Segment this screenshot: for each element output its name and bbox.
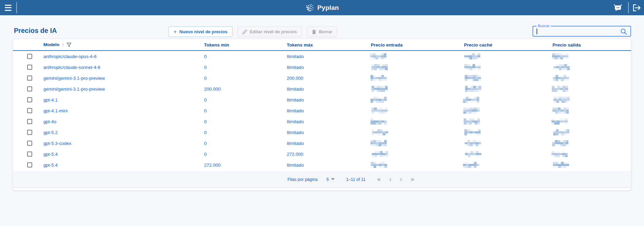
cell-tokens-min: 0: [204, 152, 207, 157]
delete-button[interactable]: Borrar: [307, 26, 338, 37]
menu-icon[interactable]: [5, 5, 12, 11]
redacted-price-value: [553, 162, 569, 168]
column-header-modelo[interactable]: Modelo ↑: [43, 42, 72, 48]
table-row[interactable]: gpt-4.10Ilimitado: [13, 94, 631, 105]
action-buttons: + Nuevo nivel de precios Editar nivel de…: [168, 26, 337, 37]
row-checkbox[interactable]: [27, 87, 32, 92]
redacted-price-value: [370, 118, 387, 125]
page-title: Precios de IA: [14, 27, 57, 35]
topbar-divider-left: [16, 2, 17, 13]
cell-tokens-min: 0: [204, 108, 207, 113]
edit-price-tier-button[interactable]: Editar nivel de precios: [237, 26, 302, 37]
redacted-price-value: [465, 86, 481, 92]
app-logo: Pyplan: [305, 3, 339, 12]
topbar-divider-right: [628, 2, 629, 13]
cell-modelo: gpt-5.4: [43, 152, 58, 157]
redacted-price-value: [463, 97, 479, 103]
column-header-precio-cache[interactable]: Precio caché: [464, 42, 492, 47]
table-row[interactable]: gpt-5.40272.000: [13, 149, 631, 159]
table-row[interactable]: anthropic/claude-opus-4-60Ilimitado: [13, 51, 631, 62]
redacted-price-value: [370, 97, 387, 103]
row-checkbox[interactable]: [27, 108, 32, 113]
cell-tokens-max: Ilimitado: [287, 108, 304, 113]
redacted-price-value: [372, 129, 388, 135]
redacted-price-value: [372, 151, 388, 157]
redacted-price-value: [552, 53, 568, 59]
row-checkbox[interactable]: [27, 65, 32, 70]
cell-tokens-min: 0: [204, 119, 207, 124]
table-row[interactable]: gpt-4.1-mini0Ilimitado: [13, 105, 631, 116]
cell-modelo: gpt-5.4: [43, 163, 58, 168]
table-row[interactable]: gemini/gemini-3.1-pro-preview200.000Ilim…: [13, 83, 631, 94]
plus-icon: +: [174, 29, 177, 35]
cell-tokens-max: Ilimitado: [287, 119, 304, 124]
pagination-nav: « ‹ › »: [373, 176, 418, 183]
filter-funnel-icon[interactable]: [66, 42, 72, 47]
redacted-price-value: [552, 86, 568, 92]
cell-tokens-min: 0: [204, 97, 207, 102]
first-page-icon[interactable]: «: [373, 176, 385, 183]
row-checkbox[interactable]: [27, 54, 32, 59]
cell-tokens-max: Ilimitado: [287, 141, 304, 146]
last-page-icon[interactable]: »: [406, 176, 419, 183]
table-row[interactable]: gpt-5.20Ilimitado: [13, 127, 631, 138]
cell-modelo: gpt-5.2: [43, 130, 58, 135]
table-row[interactable]: gpt-5.3-codex0Ilimitado: [13, 138, 631, 149]
table-row[interactable]: gemini/gemini-3.1-pro-preview0200.000: [13, 73, 631, 83]
pagination: Filas por página 5 1–11 of 11 « ‹ › »: [287, 176, 419, 183]
table-row[interactable]: gpt-5.4272.000Ilimitado: [13, 159, 631, 170]
table-row[interactable]: anthropic/claude-sonnet-4-60Ilimitado: [13, 62, 631, 73]
cell-tokens-max: 200.000: [287, 76, 303, 81]
redacted-price-value: [552, 140, 568, 146]
logout-icon[interactable]: [631, 3, 642, 13]
row-checkbox[interactable]: [27, 130, 32, 135]
redacted-price-value: [554, 97, 570, 103]
column-header-precio-entrada[interactable]: Precio entrada: [371, 42, 403, 47]
next-page-icon[interactable]: ›: [396, 176, 406, 183]
column-header-tokens-min[interactable]: Tokens mín: [204, 42, 229, 47]
table-row[interactable]: gpt-4o0Ilimitado: [13, 116, 631, 127]
row-checkbox[interactable]: [27, 152, 32, 157]
chevron-down-icon: [331, 178, 335, 180]
search-input[interactable]: [536, 27, 617, 35]
redacted-price-value: [371, 86, 388, 92]
rows-per-page-select[interactable]: 5: [326, 177, 335, 182]
previous-page-icon[interactable]: ‹: [385, 176, 396, 183]
cell-tokens-max: Ilimitado: [287, 87, 304, 92]
redacted-price-value: [464, 53, 480, 59]
cell-tokens-min: 0: [204, 141, 207, 146]
redacted-price-value: [464, 64, 481, 70]
redacted-price-value: [552, 108, 569, 114]
redacted-price-value: [465, 151, 481, 157]
search-field: Buscar: [532, 26, 631, 37]
redacted-price-value: [371, 108, 388, 114]
redacted-price-value: [465, 75, 481, 81]
redacted-price-value: [371, 162, 387, 168]
redacted-price-value: [370, 53, 386, 59]
redacted-price-value: [370, 140, 387, 146]
row-checkbox[interactable]: [27, 141, 32, 146]
redacted-price-value: [463, 162, 479, 168]
redacted-price-value: [370, 75, 387, 81]
row-checkbox[interactable]: [27, 119, 32, 124]
cell-tokens-min: 272.000: [204, 163, 221, 168]
pyplan-logo-icon: [305, 3, 314, 12]
assistant-bot-icon[interactable]: [612, 3, 624, 13]
column-header-precio-salida[interactable]: Precio salida: [552, 42, 581, 47]
cell-modelo: gpt-5.3-codex: [43, 141, 72, 146]
cell-tokens-min: 200.000: [204, 87, 221, 92]
cell-tokens-max: 272.000: [287, 152, 303, 157]
row-checkbox[interactable]: [27, 97, 32, 102]
app-name: Pyplan: [317, 4, 339, 12]
redacted-price-value: [463, 108, 480, 114]
cell-tokens-min: 0: [204, 76, 207, 81]
cell-tokens-min: 0: [204, 65, 207, 70]
search-icon[interactable]: [620, 28, 627, 37]
row-checkbox[interactable]: [27, 76, 32, 81]
cell-tokens-max: Ilimitado: [287, 163, 304, 168]
sort-ascending-icon[interactable]: ↑: [62, 42, 64, 48]
rows-per-page-label: Filas por página: [287, 177, 318, 182]
new-price-tier-button[interactable]: + Nuevo nivel de precios: [168, 26, 233, 37]
column-header-tokens-max[interactable]: Tokens máx: [287, 42, 313, 47]
row-checkbox[interactable]: [27, 163, 32, 168]
